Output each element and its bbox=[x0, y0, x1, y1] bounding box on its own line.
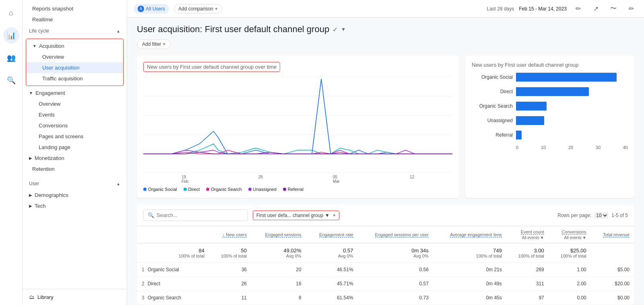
content-area: User acquisition: First user default cha… bbox=[127, 18, 644, 305]
sidebar-item-reports-snapshot[interactable]: Reports snapshot bbox=[23, 3, 124, 14]
col-conversions[interactable]: Conversions All events ▼ bbox=[549, 226, 591, 244]
legend-dot bbox=[206, 188, 209, 191]
legend-dot bbox=[143, 188, 147, 191]
search-box[interactable]: 🔍 bbox=[143, 209, 248, 221]
charts-row: New users by First user default channel … bbox=[137, 55, 634, 198]
date-range-prefix: Last 28 days bbox=[487, 6, 514, 12]
monetization-group-header[interactable]: ▶ Monetization bbox=[23, 153, 127, 164]
pencil-icon[interactable]: ✏ bbox=[625, 2, 638, 15]
bar-chart-title: New users by First user default channel … bbox=[472, 62, 628, 68]
col-event-count[interactable]: Event count All events ▼ bbox=[507, 226, 549, 244]
dropdown-icon: ▼ bbox=[325, 213, 330, 218]
arrow-down-icon: ▼ bbox=[29, 91, 33, 95]
search-icon: 🔍 bbox=[148, 212, 154, 218]
main-content: A All Users Add comparison + Last 28 day… bbox=[127, 0, 644, 305]
sidebar-item-landing-page[interactable]: Landing page bbox=[23, 142, 124, 153]
legend-dot bbox=[184, 188, 187, 191]
add-comparison-button[interactable]: Add comparison + bbox=[174, 4, 222, 14]
sidebar-nav: Reports snapshot Realtime Life cycle ▲ ▼… bbox=[23, 0, 127, 289]
line-chart-container: 20 15 10 5 0 bbox=[143, 77, 452, 173]
sidebar-item-label: Reports snapshot bbox=[32, 6, 73, 12]
col-engagement-rate[interactable]: Engagement rate bbox=[306, 226, 358, 244]
table-row: 1Organic Social 36 20 46.51% 0.56 0m 21s… bbox=[137, 263, 634, 277]
add-filter-button[interactable]: Add filter + bbox=[137, 39, 171, 49]
line-chart-card: New users by First user default channel … bbox=[137, 55, 459, 198]
plus-icon: + bbox=[215, 6, 218, 12]
table-toolbar: 🔍 First user defa... channel group ▼ + R… bbox=[137, 205, 634, 226]
bar-chart-card: New users by First user default channel … bbox=[465, 55, 634, 198]
data-table: ↓ New users Engaged sessions Engagement … bbox=[137, 226, 634, 305]
share-icon[interactable]: ↗ bbox=[589, 2, 602, 15]
dropdown-icon[interactable]: ▼ bbox=[341, 27, 346, 32]
table-card: 🔍 First user defa... channel group ▼ + R… bbox=[137, 205, 634, 305]
bar-row-direct: Direct bbox=[472, 87, 628, 96]
engagement-group-header[interactable]: ▼ Engagement bbox=[23, 88, 127, 98]
col-total-revenue[interactable]: Total revenue bbox=[591, 226, 634, 244]
people-icon[interactable]: 👥 bbox=[3, 50, 19, 66]
chevron-up-icon: ▲ bbox=[116, 29, 120, 33]
bar-row-unassigned: Unassigned bbox=[472, 116, 628, 125]
bar-fill bbox=[516, 73, 617, 82]
rows-per-page-select[interactable]: 10 25 50 bbox=[594, 212, 608, 219]
search-input[interactable] bbox=[157, 212, 244, 218]
legend-organic-search: Organic Search bbox=[206, 187, 242, 192]
arrow-right-icon: ▶ bbox=[29, 193, 32, 197]
date-range: Feb 15 - Mar 14, 2023 bbox=[519, 6, 567, 12]
segment-chip[interactable]: A All Users bbox=[134, 4, 169, 14]
bar-fill bbox=[516, 87, 589, 96]
col-dimension[interactable] bbox=[137, 226, 209, 244]
bar-fill bbox=[516, 131, 522, 139]
demographics-group-header[interactable]: ▶ Demographics bbox=[23, 190, 127, 201]
arrow-right-icon: ▶ bbox=[29, 204, 32, 208]
acquisition-section: ▼ Acquisition Overview User acquisition … bbox=[26, 39, 124, 86]
compare-icon[interactable]: 〜 bbox=[607, 2, 620, 15]
sidebar-item-traffic-acquisition[interactable]: Traffic acquisition bbox=[26, 73, 123, 84]
legend-dot bbox=[248, 188, 252, 191]
lifecycle-section[interactable]: Life cycle ▲ bbox=[23, 25, 127, 37]
legend-dot bbox=[283, 188, 286, 191]
sidebar-item-events[interactable]: Events bbox=[23, 109, 124, 120]
sidebar-item-label: Realtime bbox=[32, 16, 53, 23]
col-new-users[interactable]: ↓ New users bbox=[209, 226, 252, 244]
col-avg-engagement[interactable]: Average engagement time bbox=[433, 226, 507, 244]
tech-group-header[interactable]: ▶ Tech bbox=[23, 201, 127, 211]
arrow-right-icon: ▶ bbox=[29, 156, 32, 160]
analytics-icon[interactable]: 📊 bbox=[3, 27, 19, 43]
library-icon: 🗂 bbox=[29, 294, 34, 300]
dimension-chip[interactable]: First user defa... channel group ▼ + bbox=[253, 211, 339, 220]
plus-icon: + bbox=[333, 213, 336, 218]
bar-x-axis: 0 10 20 30 40 bbox=[472, 145, 628, 150]
icon-bar: ⌂ 📊 👥 🔍 bbox=[0, 0, 23, 305]
table-row: 2Direct 26 16 45.71% 0.57 0m 49s 311 2.0… bbox=[137, 277, 634, 291]
bar-row-organic-search: Organic Search bbox=[472, 102, 628, 111]
edit-icon[interactable]: ✏ bbox=[572, 2, 584, 15]
col-engaged-sessions[interactable]: Engaged sessions bbox=[252, 226, 306, 244]
library-item[interactable]: 🗂 Library bbox=[23, 289, 127, 305]
legend-organic-social: Organic Social bbox=[143, 187, 177, 192]
sidebar-item-pages-screens[interactable]: Pages and screens bbox=[23, 131, 124, 142]
totals-row: 84 100% of total 50 100% of total 49.02%… bbox=[137, 244, 634, 263]
topbar-right: Last 28 days Feb 15 - Mar 14, 2023 ✏ ↗ 〜… bbox=[487, 2, 638, 15]
rows-per-page: Rows per page: 10 25 50 1-5 of 5 bbox=[557, 212, 628, 219]
segment-icon: A bbox=[138, 6, 144, 12]
sidebar-item-conversions[interactable]: Conversions bbox=[23, 120, 124, 131]
bar-row-organic-social: Organic Social bbox=[472, 73, 628, 82]
col-engaged-spu[interactable]: Engaged sessions per user bbox=[358, 226, 433, 244]
filter-bar: Add filter + bbox=[137, 39, 634, 49]
sidebar-item-retention[interactable]: Retention bbox=[23, 164, 124, 174]
line-chart-svg: 20 15 10 5 0 bbox=[143, 77, 452, 173]
arrow-down-icon: ▼ bbox=[33, 44, 37, 48]
sidebar-item-eng-overview[interactable]: Overview bbox=[23, 98, 124, 109]
home-icon[interactable]: ⌂ bbox=[3, 5, 19, 21]
table-row: 3Organic Search 11 8 61.54% 0.73 0m 45s … bbox=[137, 291, 634, 305]
chevron-up-icon: ▲ bbox=[116, 182, 120, 186]
user-section[interactable]: User ▲ bbox=[23, 178, 127, 190]
search-icon[interactable]: 🔍 bbox=[3, 72, 19, 88]
sidebar-item-user-acquisition[interactable]: User acquisition bbox=[26, 62, 123, 73]
bar-row-referral: Referral bbox=[472, 131, 628, 139]
acquisition-group-header[interactable]: ▼ Acquisition bbox=[26, 41, 123, 51]
x-axis-labels: 19Feb 26 05Mar 12 bbox=[143, 175, 452, 184]
sidebar-item-realtime[interactable]: Realtime bbox=[23, 14, 124, 25]
legend-referral: Referral bbox=[283, 187, 303, 192]
sidebar-item-overview[interactable]: Overview bbox=[26, 51, 123, 62]
